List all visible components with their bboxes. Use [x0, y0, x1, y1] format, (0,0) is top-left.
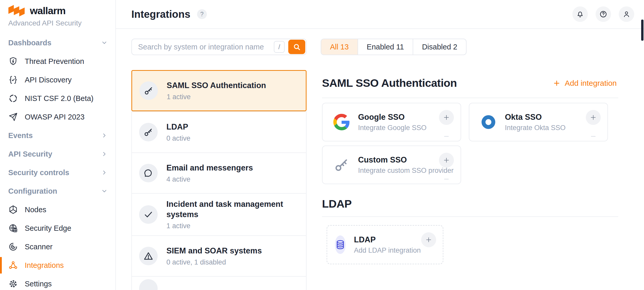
sidebar-item-nodes[interactable]: Nodes [0, 200, 115, 219]
list-item-partial[interactable] [132, 276, 306, 290]
card-footer-dash [591, 136, 596, 137]
list-item-title: SAML SSO Authentication [167, 80, 266, 91]
wallarm-app: wallarm Advanced API Security Dashboards… [0, 0, 644, 290]
help-button[interactable] [596, 6, 611, 22]
gear-icon [8, 279, 18, 289]
shield-bolt-icon [8, 56, 18, 66]
card-title: Okta SSO [505, 113, 566, 122]
card-title: Google SSO [358, 113, 427, 122]
list-item-incident-task[interactable]: Incident and task management systems 1 a… [132, 193, 306, 235]
key-icon [139, 123, 158, 141]
card-footer-dash [444, 136, 449, 137]
key-icon [139, 81, 158, 100]
braces-check-icon [8, 75, 18, 85]
add-ldap-button[interactable] [421, 232, 436, 247]
list-item-ldap[interactable]: LDAP 0 active [132, 112, 306, 152]
sidebar-group-api-security[interactable]: API Security [0, 145, 115, 163]
database-icon [335, 235, 346, 254]
chevron-right-icon [101, 151, 108, 157]
brand-subtitle: Advanced API Security [8, 19, 107, 27]
add-google-sso-button[interactable] [439, 110, 454, 125]
account-button[interactable] [619, 6, 634, 22]
list-item-status: 4 active [166, 175, 253, 183]
page-title: Integrations [131, 8, 190, 20]
card-title: LDAP [354, 235, 421, 244]
scrollbar[interactable] [641, 20, 643, 41]
list-item-status: 1 active [166, 222, 299, 230]
section-title: SAML SSO Authentication [322, 77, 457, 89]
sidebar-item-security-edge[interactable]: Security Edge [0, 219, 115, 237]
category-list-rest: LDAP 0 active Email and messengers 4 act… [131, 111, 307, 290]
brand-block: wallarm Advanced API Security [0, 0, 115, 27]
chat-bubble-icon [139, 164, 158, 182]
list-item-siem-soar[interactable]: SIEM and SOAR systems 0 active, 1 disabl… [132, 235, 306, 276]
header: Integrations ? [116, 0, 644, 29]
search-button[interactable] [288, 40, 305, 54]
list-item-email-messengers[interactable]: Email and messengers 4 active [132, 152, 306, 193]
sidebar-group-security-controls[interactable]: Security controls [0, 163, 115, 182]
add-okta-sso-button[interactable] [586, 110, 601, 125]
list-item-title: SIEM and SOAR systems [166, 246, 262, 256]
check-icon [139, 205, 158, 224]
search-icon [292, 42, 301, 51]
wallarm-logo-icon [8, 5, 26, 17]
list-item-status: 0 active, 1 disabled [166, 258, 262, 266]
list-item-status: 1 active [167, 93, 266, 101]
chevron-down-icon [101, 188, 108, 194]
user-icon [622, 10, 631, 18]
title-help-icon[interactable]: ? [197, 9, 207, 19]
tab-enabled[interactable]: Enabled 11 [358, 39, 413, 55]
sidebar-group-configuration[interactable]: Configuration [0, 182, 115, 200]
key-icon [333, 157, 350, 173]
list-item-title: Email and messengers [166, 163, 253, 173]
sidebar-item-nist-csf[interactable]: NIST CSF 2.0 (Beta) [0, 89, 115, 108]
segmented-ring-icon [8, 93, 18, 103]
sidebar-item-api-discovery[interactable]: API Discovery [0, 71, 115, 89]
detail-panel: SAML SSO Authentication Add integration [322, 70, 629, 290]
sidebar-nav: Dashboards Threat Prevention API Discove… [0, 33, 115, 290]
card-subtitle: Integrate custom SSO provider [358, 167, 454, 175]
filter-tabs: All 13 Enabled 11 Disabled 2 [321, 39, 467, 55]
sidebar-item-integrations[interactable]: Integrations [0, 256, 115, 275]
card-subtitle: Integrate Google SSO [358, 124, 427, 132]
chevron-down-icon [101, 39, 108, 46]
card-okta-sso[interactable]: Okta SSO Integrate Okta SSO [469, 103, 608, 141]
sidebar-item-owasp-api[interactable]: OWASP API 2023 [0, 108, 115, 126]
card-custom-sso[interactable]: Custom SSO Integrate custom SSO provider [322, 146, 461, 184]
section-divider [322, 216, 618, 217]
sidebar: wallarm Advanced API Security Dashboards… [0, 0, 116, 290]
plus-icon [425, 236, 432, 243]
section-title: LDAP [322, 198, 352, 210]
category-list: SAML SSO Authentication 1 active LDAP 0 … [131, 70, 307, 290]
tab-disabled[interactable]: Disabled 2 [413, 39, 466, 55]
add-integration-button[interactable]: Add integration [553, 79, 617, 88]
notifications-button[interactable] [572, 6, 588, 22]
tab-all[interactable]: All 13 [321, 39, 358, 55]
card-subtitle: Add LDAP integration [354, 246, 421, 254]
plus-icon [553, 79, 561, 87]
add-custom-sso-button[interactable] [439, 153, 454, 168]
card-subtitle: Integrate Okta SSO [505, 124, 566, 132]
sidebar-item-scanner[interactable]: Scanner [0, 237, 115, 256]
hexagon-node-icon [8, 205, 18, 215]
list-item-saml-sso[interactable]: SAML SSO Authentication 1 active [131, 70, 307, 111]
sidebar-item-settings[interactable]: Settings [0, 275, 115, 290]
sidebar-item-threat-prevention[interactable]: Threat Prevention [0, 52, 115, 71]
list-item-status: 0 active [166, 134, 190, 142]
scanner-target-icon [8, 242, 18, 252]
sidebar-group-events[interactable]: Events [0, 126, 115, 145]
card-ldap[interactable]: LDAP Add LDAP integration [327, 225, 443, 264]
bell-icon [576, 10, 584, 18]
section-header-saml: SAML SSO Authentication Add integration [322, 77, 629, 89]
google-logo-icon [333, 114, 350, 130]
warning-triangle-icon [139, 247, 158, 265]
sidebar-group-dashboards[interactable]: Dashboards [0, 33, 115, 52]
search-box: / [131, 39, 307, 55]
chevron-right-icon [101, 169, 108, 176]
share-nodes-icon [8, 260, 18, 270]
search-shortcut-hint: / [274, 41, 285, 53]
card-footer-dash [444, 179, 449, 180]
toolbar: / All 13 Enabled 11 Disabled 2 [131, 39, 629, 55]
card-google-sso[interactable]: Google SSO Integrate Google SSO [322, 103, 461, 141]
search-input[interactable] [132, 39, 274, 55]
